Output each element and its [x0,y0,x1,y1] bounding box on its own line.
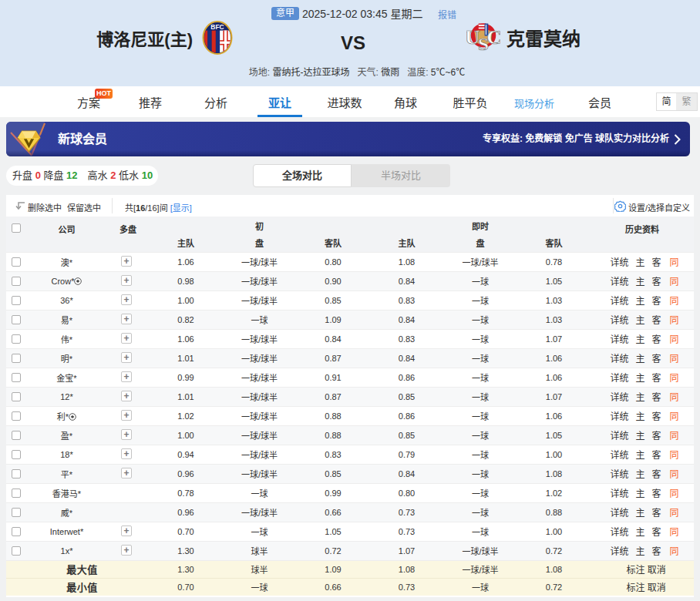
svg-text:S: S [478,34,489,52]
svg-text:BFC: BFC [210,23,224,31]
